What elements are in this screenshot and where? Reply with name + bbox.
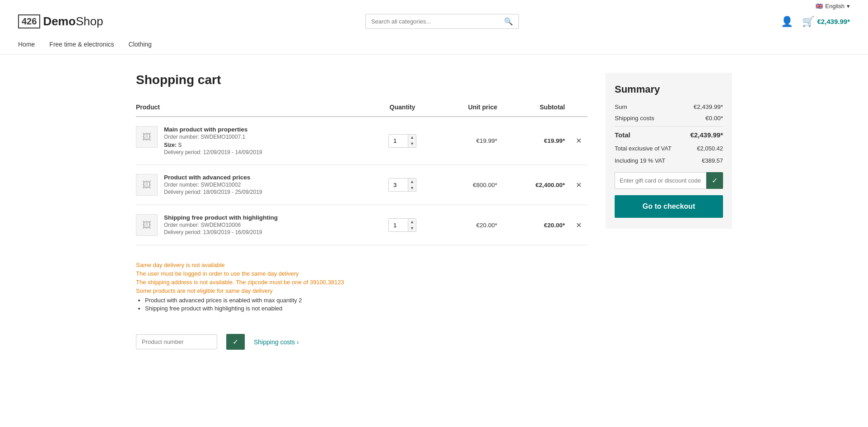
remove-item-3[interactable]: ✕: [569, 221, 588, 230]
gift-card-input[interactable]: [615, 172, 706, 189]
qty-down-3[interactable]: ▼: [408, 225, 416, 231]
qty-up-1[interactable]: ▲: [408, 135, 416, 141]
unit-price-2: €800.00*: [434, 182, 497, 188]
product-image-icon: 🖼: [142, 132, 151, 142]
chevron-down-icon: ▾: [847, 3, 850, 9]
shipping-costs-label: Shipping costs: [254, 338, 295, 346]
logo-box: 426: [18, 14, 40, 28]
search-bar: 🔍: [365, 14, 519, 29]
product-delivery-1: Delivery period: 12/09/2019 - 14/09/2019: [164, 149, 262, 155]
col-subtotal-header: Subtotal: [502, 103, 565, 111]
cart-section: Shopping cart Product Quantity Unit pric…: [136, 73, 588, 350]
product-image-2: 🖼: [136, 174, 158, 196]
remove-item-1[interactable]: ✕: [569, 136, 588, 145]
notice-line-1: The user must be logged in order to use …: [136, 270, 588, 277]
col-unitprice-header: Unit price: [434, 103, 497, 111]
logo-link[interactable]: 426 DemoShop: [18, 14, 103, 28]
product-image-1: 🖼: [136, 126, 158, 148]
subtotal-2: €2,400.00*: [502, 182, 565, 188]
product-size-1: Size: S: [164, 142, 262, 148]
vat-label: Including 19 % VAT: [615, 157, 665, 164]
product-order-3: Order number: SWDEMO10006: [164, 222, 278, 228]
search-input[interactable]: [371, 18, 504, 25]
gift-card-apply-button[interactable]: ✓: [706, 172, 723, 189]
summary-box: Summary Sum €2,439.99* Shipping costs €0…: [606, 73, 732, 229]
product-image-3: 🖼: [136, 214, 158, 236]
product-details-3: Shipping free product with highlighting …: [164, 214, 278, 235]
subtotal-3: €20.00*: [502, 222, 565, 229]
cart-table: Product Quantity Unit price Subtotal 🖼 M…: [136, 100, 588, 245]
language-label: English: [825, 3, 845, 9]
qty-up-2[interactable]: ▲: [408, 178, 416, 185]
cart-icon: 🛒: [802, 16, 814, 28]
nav-home[interactable]: Home: [18, 41, 35, 48]
cart-title: Shopping cart: [136, 73, 588, 87]
shipping-label: Shipping costs: [615, 115, 654, 122]
quantity-control-3: ▲ ▼: [375, 218, 429, 232]
checkout-button[interactable]: Go to checkout: [615, 195, 723, 218]
quantity-control-2: ▲ ▼: [375, 178, 429, 192]
product-details-1: Main product with properties Order numbe…: [164, 126, 262, 155]
qty-up-3[interactable]: ▲: [408, 219, 416, 225]
summary-row-vat-incl: Including 19 % VAT €389.57: [615, 157, 723, 164]
quantity-input-2[interactable]: [389, 178, 408, 191]
table-row: 🖼 Product with advanced prices Order num…: [136, 165, 588, 205]
vat-exclusive-value: €2,050.42: [697, 145, 723, 153]
remove-item-2[interactable]: ✕: [569, 181, 588, 189]
search-icon[interactable]: 🔍: [504, 17, 513, 26]
cart-icon-area[interactable]: 🛒 €2,439.99*: [802, 16, 850, 28]
quantity-input-3[interactable]: [389, 219, 408, 231]
product-info-1: 🖼 Main product with properties Order num…: [136, 126, 371, 155]
table-row: 🖼 Shipping free product with highlightin…: [136, 205, 588, 245]
col-product-header: Product: [136, 103, 371, 111]
vat-exclusive-label: Total exclusive of VAT: [615, 145, 672, 153]
qty-down-1[interactable]: ▼: [408, 141, 416, 147]
summary-row-sum: Sum €2,439.99*: [615, 103, 723, 110]
notice-header: Same day delivery is not available: [136, 262, 588, 268]
total-label: Total: [615, 131, 630, 139]
notice-bullet-2: Shipping free product with highlighting …: [145, 305, 588, 312]
add-product-button[interactable]: ✓: [226, 334, 245, 350]
product-number-input[interactable]: [136, 334, 217, 349]
product-image-icon: 🖼: [142, 220, 151, 230]
subtotal-1: €19.99*: [502, 137, 565, 144]
summary-title: Summary: [615, 84, 723, 95]
shipping-costs-link[interactable]: Shipping costs ›: [254, 338, 299, 346]
product-info-2: 🖼 Product with advanced prices Order num…: [136, 174, 371, 196]
qty-down-2[interactable]: ▼: [408, 185, 416, 191]
unit-price-3: €20.00*: [434, 222, 497, 229]
flag-icon: 🇬🇧: [816, 3, 823, 9]
sum-value: €2,439.99*: [694, 103, 723, 110]
checkmark-icon: ✓: [233, 338, 238, 346]
user-icon[interactable]: 👤: [781, 16, 793, 28]
summary-row-vat-excl: Total exclusive of VAT €2,050.42: [615, 145, 723, 153]
shipping-value: €0.00*: [705, 115, 723, 122]
product-info-3: 🖼 Shipping free product with highlightin…: [136, 214, 371, 236]
total-value: €2,439.99*: [690, 131, 723, 139]
col-quantity-header: Quantity: [375, 103, 429, 111]
product-name-1: Main product with properties: [164, 126, 262, 133]
gift-card-row: ✓: [615, 172, 723, 189]
notice-line-2: The shipping address is not available. T…: [136, 279, 588, 286]
main-nav: Home Free time & electronics Clothing: [0, 34, 868, 55]
product-delivery-3: Delivery period: 13/09/2019 - 16/09/2019: [164, 229, 278, 235]
notice-bullet-1: Product with advanced prices is enabled …: [145, 297, 588, 304]
checkmark-icon: ✓: [712, 177, 718, 184]
cart-total: €2,439.99*: [817, 18, 850, 25]
sum-label: Sum: [615, 103, 627, 110]
vat-value: €389.57: [702, 157, 723, 164]
nav-free-time[interactable]: Free time & electronics: [49, 41, 114, 48]
summary-row-total: Total €2,439.99*: [615, 131, 723, 139]
table-row: 🖼 Main product with properties Order num…: [136, 117, 588, 165]
product-details-2: Product with advanced prices Order numbe…: [164, 174, 262, 195]
quantity-input-1[interactable]: [389, 135, 408, 147]
unit-price-1: €19.99*: [434, 137, 497, 144]
bottom-actions: ✓ Shipping costs ›: [136, 334, 588, 350]
nav-clothing[interactable]: Clothing: [129, 41, 152, 48]
product-order-2: Order number: SWDEMO10002: [164, 182, 262, 188]
product-delivery-2: Delivery period: 18/09/2019 - 25/09/2019: [164, 189, 262, 195]
language-selector[interactable]: 🇬🇧 English ▾: [816, 3, 850, 9]
notice-line-3: Some products are not eligible for same …: [136, 287, 588, 294]
summary-divider: [615, 126, 723, 127]
product-order-1: Order number: SWDEMO10007.1: [164, 134, 262, 140]
